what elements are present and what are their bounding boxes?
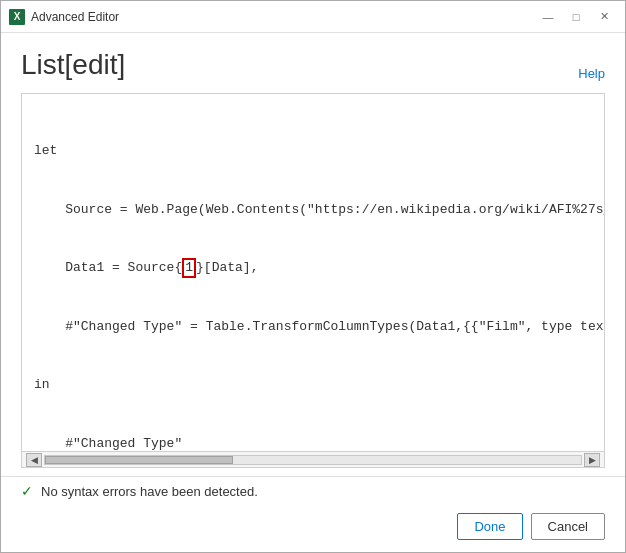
status-bar: ✓ No syntax errors have been detected. <box>1 476 625 505</box>
code-line-6: #"Changed Type" <box>34 434 592 451</box>
content-area: List[edit] Help let Source = Web.Page(We… <box>1 33 625 552</box>
help-link[interactable]: Help <box>578 66 605 81</box>
code-line-5: in <box>34 375 592 395</box>
done-button[interactable]: Done <box>457 513 522 540</box>
code-line-2: Source = Web.Page(Web.Contents("https://… <box>34 200 592 220</box>
excel-icon: X <box>9 9 25 25</box>
minimize-button[interactable]: — <box>535 7 561 27</box>
maximize-button[interactable]: □ <box>563 7 589 27</box>
check-icon: ✓ <box>21 483 33 499</box>
scroll-right-arrow[interactable]: ▶ <box>584 453 600 467</box>
title-bar-controls: — □ ✕ <box>535 7 617 27</box>
title-bar: X Advanced Editor — □ ✕ <box>1 1 625 33</box>
code-line-4: #"Changed Type" = Table.TransformColumnT… <box>34 317 592 337</box>
code-line-1: let <box>34 141 592 161</box>
status-message: No syntax errors have been detected. <box>41 484 258 499</box>
window-title: Advanced Editor <box>31 10 119 24</box>
button-row: Done Cancel <box>1 505 625 552</box>
code-line-3-pre: Data1 = Source{ <box>34 260 182 275</box>
title-bar-left: X Advanced Editor <box>9 9 119 25</box>
scroll-track[interactable] <box>44 455 582 465</box>
scroll-left-arrow[interactable]: ◀ <box>26 453 42 467</box>
scroll-thumb[interactable] <box>45 456 233 464</box>
advanced-editor-window: X Advanced Editor — □ ✕ List[edit] Help … <box>0 0 626 553</box>
horizontal-scrollbar[interactable]: ◀ ▶ <box>22 451 604 467</box>
page-title: List[edit] <box>21 49 125 81</box>
code-line-3-post: }[Data], <box>196 260 258 275</box>
header-row: List[edit] Help <box>1 33 625 89</box>
code-line-3: Data1 = Source{1}[Data], <box>34 258 592 278</box>
code-editor[interactable]: let Source = Web.Page(Web.Contents("http… <box>22 94 604 451</box>
highlighted-index: 1 <box>182 258 196 278</box>
editor-container[interactable]: let Source = Web.Page(Web.Contents("http… <box>21 93 605 468</box>
close-button[interactable]: ✕ <box>591 7 617 27</box>
cancel-button[interactable]: Cancel <box>531 513 605 540</box>
